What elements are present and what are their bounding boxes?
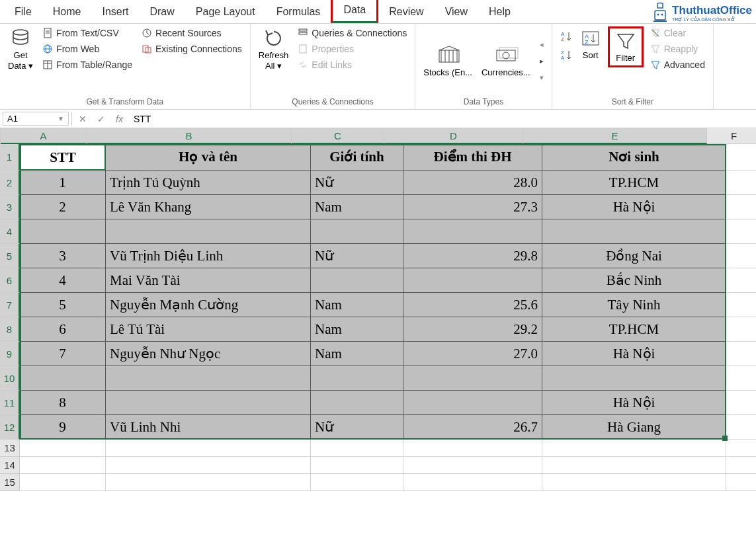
cell-F13[interactable] (726, 440, 756, 457)
cell-D9[interactable]: 27.0 (403, 342, 542, 366)
cell-D5[interactable]: 29.8 (403, 244, 542, 268)
sort-desc-button[interactable]: ZA (558, 48, 573, 61)
row-header-2[interactable]: 2 (0, 171, 20, 195)
cell-A11[interactable]: 8 (20, 391, 106, 415)
cancel-icon[interactable]: ✕ (76, 114, 89, 124)
cell-A2[interactable]: 1 (20, 171, 106, 195)
cell-E3[interactable]: Hà Nội (542, 195, 726, 219)
cell-F14[interactable] (726, 457, 756, 474)
tab-insert[interactable]: Insert (91, 1, 139, 23)
cell-A8[interactable]: 6 (20, 317, 106, 342)
cell-B3[interactable]: Lê Văn Khang (106, 195, 311, 219)
cell-E10[interactable] (542, 366, 726, 391)
tab-formulas[interactable]: Formulas (266, 1, 331, 23)
refresh-all-button[interactable]: Refresh All ▾ (256, 26, 292, 72)
cell-B1[interactable]: Họ và tên (106, 144, 311, 171)
cell-C9[interactable]: Nam (311, 342, 403, 366)
col-header-A[interactable]: A (1, 128, 87, 144)
clear-button[interactable]: Clear (648, 26, 708, 40)
cell-E4[interactable] (542, 219, 726, 244)
tab-home[interactable]: Home (42, 1, 92, 23)
row-header-10[interactable]: 10 (0, 366, 20, 391)
cell-C15[interactable] (311, 474, 403, 491)
cell-E15[interactable] (542, 474, 726, 491)
cell-D10[interactable] (403, 366, 542, 391)
cell-B7[interactable]: Nguyễn Mạnh Cường (106, 293, 311, 317)
row-header-8[interactable]: 8 (0, 317, 20, 342)
cell-F3[interactable] (726, 195, 756, 219)
cell-B11[interactable] (106, 391, 311, 415)
cell-E2[interactable]: TP.HCM (542, 171, 726, 195)
reapply-button[interactable]: Reapply (648, 42, 708, 56)
cell-E12[interactable]: Hà Giang (542, 415, 726, 440)
row-header-6[interactable]: 6 (0, 268, 20, 293)
cell-D1[interactable]: Điểm thi ĐH (403, 144, 542, 171)
cell-D14[interactable] (403, 457, 542, 474)
cell-B10[interactable] (106, 366, 311, 391)
currencies-button[interactable]: Currencies... (479, 44, 533, 79)
cell-C12[interactable]: Nữ (311, 415, 403, 440)
tab-review[interactable]: Review (378, 1, 434, 23)
cell-E11[interactable]: Hà Nội (542, 391, 726, 415)
cell-D15[interactable] (403, 474, 542, 491)
cell-E9[interactable]: Hà Nội (542, 342, 726, 366)
cell-F12[interactable] (726, 415, 756, 440)
cell-D6[interactable] (403, 268, 542, 293)
cell-A9[interactable]: 7 (20, 342, 106, 366)
cell-D4[interactable] (403, 219, 542, 244)
cell-A10[interactable] (20, 366, 106, 391)
tab-file[interactable]: File (4, 1, 42, 23)
cell-C5[interactable]: Nữ (311, 244, 403, 268)
edit-links-button[interactable]: Edit Links (295, 58, 409, 71)
cell-B14[interactable] (106, 457, 311, 474)
cell-C3[interactable]: Nam (311, 195, 403, 219)
cell-E7[interactable]: Tây Ninh (542, 293, 726, 317)
recent-sources-button[interactable]: Recent Sources (139, 26, 245, 40)
cell-D13[interactable] (403, 440, 542, 457)
cell-A4[interactable] (20, 219, 106, 244)
cell-F1[interactable] (726, 144, 756, 171)
cell-F8[interactable] (726, 317, 756, 342)
queries-connections-button[interactable]: Queries & Connections (295, 26, 409, 40)
cell-F4[interactable] (726, 219, 756, 244)
row-header-12[interactable]: 12 (0, 415, 20, 440)
cell-A14[interactable] (20, 457, 106, 474)
cell-A7[interactable]: 5 (20, 293, 106, 317)
formula-input[interactable] (130, 112, 756, 126)
cell-D11[interactable] (403, 391, 542, 415)
cell-F5[interactable] (726, 244, 756, 268)
cell-B8[interactable]: Lê Tú Tài (106, 317, 311, 342)
cell-C6[interactable] (311, 268, 403, 293)
sort-asc-button[interactable]: AZ (558, 29, 573, 42)
cell-F7[interactable] (726, 293, 756, 317)
col-header-E[interactable]: E (523, 128, 707, 144)
cell-A5[interactable]: 3 (20, 244, 106, 268)
advanced-button[interactable]: Advanced (648, 58, 708, 71)
from-text-csv-button[interactable]: From Text/CSV (40, 26, 135, 40)
col-header-C[interactable]: C (292, 128, 384, 144)
cell-B13[interactable] (106, 440, 311, 457)
tab-view[interactable]: View (435, 1, 478, 23)
cell-C11[interactable] (311, 391, 403, 415)
cell-C8[interactable]: Nam (311, 317, 403, 342)
row-header-1[interactable]: 1 (0, 144, 20, 171)
col-header-D[interactable]: D (384, 128, 523, 144)
properties-button[interactable]: Properties (295, 42, 409, 56)
cell-E13[interactable] (542, 440, 726, 457)
cell-C7[interactable]: Nam (311, 293, 403, 317)
from-web-button[interactable]: From Web (40, 42, 135, 56)
cell-C14[interactable] (311, 457, 403, 474)
col-header-F[interactable]: F (707, 128, 756, 144)
cell-B15[interactable] (106, 474, 311, 491)
row-header-15[interactable]: 15 (0, 474, 20, 491)
existing-connections-button[interactable]: Existing Connections (139, 42, 245, 56)
cell-F15[interactable] (726, 474, 756, 491)
cell-C2[interactable]: Nữ (311, 171, 403, 195)
row-header-13[interactable]: 13 (0, 440, 20, 457)
row-header-11[interactable]: 11 (0, 391, 20, 415)
cell-B12[interactable]: Vũ Linh Nhi (106, 415, 311, 440)
cell-A12[interactable]: 9 (20, 415, 106, 440)
name-box[interactable]: A1▼ (3, 112, 69, 126)
col-header-B[interactable]: B (87, 128, 292, 144)
cell-B9[interactable]: Nguyễn Như Ngọc (106, 342, 311, 366)
